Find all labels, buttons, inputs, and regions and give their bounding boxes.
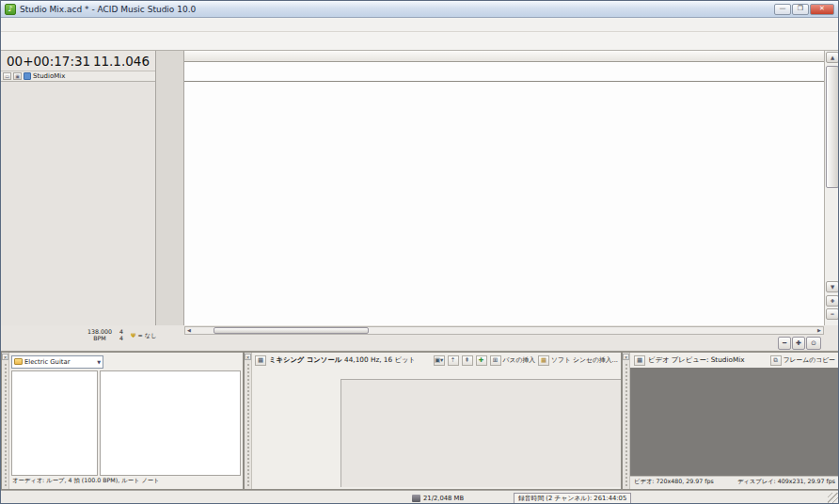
master-bus-row[interactable]: ▭ ▣ StudioMix [1,71,155,82]
timesig-bottom[interactable]: 4 [119,335,123,341]
video-preview-title: ビデオ プレビュー: StudioMix [648,355,745,365]
main-toolbar [1,32,838,51]
chevron-down-icon: ▼ [97,359,101,365]
tempo-box[interactable]: 138.000BPM 44 Ψ = なし [87,328,157,341]
minimize-button[interactable]: — [774,4,791,15]
resize-grip[interactable] [828,493,839,504]
tracklist-restore-icon[interactable]: ▣ [13,72,22,80]
memory-status: 21/2,048 MB [412,493,464,503]
timeline-ruler[interactable] [184,51,824,62]
timesig-top[interactable]: 4 [119,328,123,335]
app-window: ♪ Studio Mix.acd * - ACID Music Studio 1… [0,0,839,504]
record-time-status: 録音時間 (2 チャンネル): 261:44:05 [514,493,631,503]
horizontal-scrollbar[interactable]: ◀ ▶ [184,326,824,335]
close-button[interactable]: ✕ [810,4,834,15]
mixer-format: 44,100 Hz, 16 ビット [344,355,416,365]
video-track[interactable] [184,62,824,82]
fader-reset-icon[interactable]: ⇞ [462,355,473,366]
window-title: Studio Mix.acd * - ACID Music Studio 10.… [20,5,196,14]
vscroll-thumb[interactable] [826,66,839,188]
master-bus-color-chip [24,72,31,80]
disk-icon [412,495,420,502]
titlebar[interactable]: ♪ Studio Mix.acd * - ACID Music Studio 1… [1,1,838,18]
docking-area: ✕ Electric Guitar▼ オーディオ: ループ, 4 拍 (100.… [1,352,839,490]
plugin-icon[interactable]: ✚ [476,355,487,366]
scroll-down-icon[interactable]: ▼ [826,281,839,292]
mixer-pane: ✕ ▦ ミキシング コンソール 44,100 Hz, 16 ビット ▣▾ ⇡ ⇞… [244,352,622,490]
video-dock-handle[interactable]: ✕ [623,353,630,489]
explorer-folder-tree[interactable] [11,370,98,476]
explorer-address-dropdown[interactable]: Electric Guitar▼ [11,355,103,369]
vertical-scrollbar[interactable]: ▲ ▼ ✚ ━ [824,51,839,325]
explorer-address-value: Electric Guitar [24,358,70,366]
explorer-close-icon[interactable]: ✕ [2,354,8,360]
hscroll-right-icon[interactable]: ▶ [815,327,823,334]
time-display[interactable]: 00+00:17:31 11.1.046 [1,51,155,71]
zoom-tool-corner-icon[interactable]: ⊙ [806,337,821,350]
transport-bar: 138.000BPM 44 Ψ = なし ◀ ▶ ━ ✚ ⊙ [1,325,839,352]
folder-icon [14,358,23,365]
explorer-status: オーディオ: ループ, 4 拍 (100.0 BPM), ルート ノート [9,476,243,487]
app-icon: ♪ [5,4,16,15]
fader-up-icon[interactable]: ⇡ [448,355,459,366]
key-icon: Ψ [131,332,135,339]
mixer-title: ミキシング コンソール [269,355,341,365]
tracklist-minimize-icon[interactable]: ▭ [3,72,11,80]
workspace: 00+00:17:31 11.1.046 ▭ ▣ StudioMix ▲ ▼ ✚… [1,51,839,325]
track-list: 00+00:17:31 11.1.046 ▭ ▣ StudioMix [1,51,156,325]
timecode-display[interactable]: 00+00:17:31 [7,54,90,69]
master-bus-name: StudioMix [33,72,65,80]
explorer-dock-handle[interactable]: ✕ [2,353,9,489]
copy-frame-icon: ⧉ [770,355,782,366]
video-preview-frame [630,368,839,476]
scroll-up-icon[interactable]: ▲ [826,52,839,63]
bpm-label: BPM [93,335,106,341]
key-value[interactable]: = なし [137,332,156,339]
video-preview-icon: ▦ [634,355,645,366]
maximize-button[interactable]: ❐ [792,4,809,15]
video-format-status: ビデオ: 720x480, 29.97 fps [634,478,714,487]
mixer-icon: ▦ [255,355,266,366]
insert-softsynth-button[interactable]: ▦ソフト シンセの挿入... [538,355,618,366]
zoom-out-time-icon[interactable]: ━ [778,337,791,350]
menubar [1,18,838,32]
bpm-value[interactable]: 138.000 [87,328,112,335]
mixer-dock-handle[interactable]: ✕ [245,353,252,489]
position-display[interactable]: 11.1.046 [93,54,150,69]
zoom-out-track-icon[interactable]: ━ [826,308,839,320]
display-format-status: ディスプレイ: 409x231, 29.97 fps [737,478,835,487]
video-close-icon[interactable]: ✕ [623,354,629,360]
hscroll-thumb[interactable] [214,327,369,334]
zoom-in-track-icon[interactable]: ✚ [826,295,839,307]
mixer-close-icon[interactable]: ✕ [245,354,251,360]
bus-icon: ⊞ [490,355,501,366]
insert-bus-button[interactable]: ⊞バスの挿入 [490,355,535,366]
meter-range-dropdown[interactable]: ▣▾ [434,355,445,366]
synth-icon: ▦ [538,355,549,366]
explorer-pane: ✕ Electric Guitar▼ オーディオ: ループ, 4 拍 (100.… [1,352,244,490]
explorer-file-list[interactable] [100,370,241,476]
hscroll-left-icon[interactable]: ◀ [185,327,193,334]
zoom-in-time-icon[interactable]: ✚ [792,337,805,350]
status-bar: 21/2,048 MB 録音時間 (2 チャンネル): 261:44:05 [1,490,839,504]
video-preview-pane: ✕ ▦ ビデオ プレビュー: StudioMix ⧉フレームのコピー ビデオ: … [622,352,839,490]
key-strip [156,51,184,325]
timeline[interactable] [184,51,824,325]
copy-frame-button[interactable]: ⧉フレームのコピー [770,355,835,366]
